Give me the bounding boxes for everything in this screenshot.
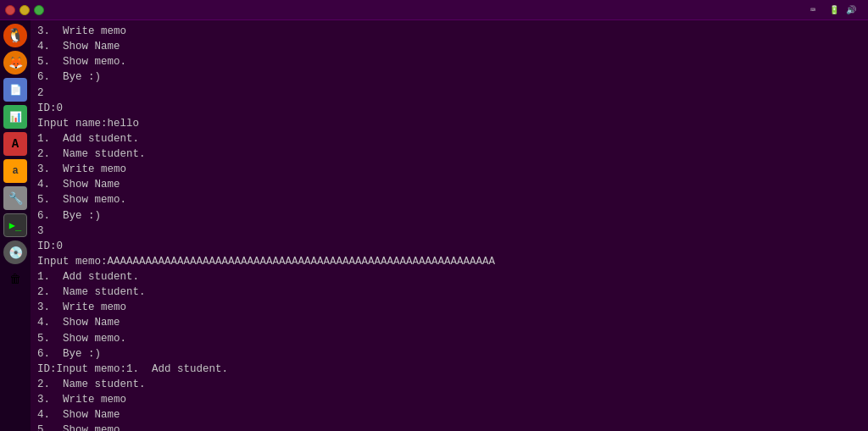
trash-icon[interactable]: 🗑 — [3, 268, 27, 291]
files-icon[interactable]: 📄 — [3, 78, 27, 102]
terminal-line: 2. Name student. — [37, 377, 861, 392]
terminal-line: 5. Show memo. — [37, 54, 861, 69]
terminal-line: 5. Show memo. — [37, 192, 861, 207]
sheets-icon[interactable]: 📊 — [3, 105, 27, 129]
terminal-line: 4. Show Name — [37, 177, 861, 192]
minimize-button[interactable] — [19, 5, 30, 15]
amazon-icon[interactable]: a — [3, 159, 27, 183]
volume-icon: 🔊 — [846, 5, 856, 15]
terminal-line: Input memo:AAAAAAAAAAAAAAAAAAAAAAAAAAAAA… — [37, 254, 861, 269]
terminal-line: Input name:hello — [37, 116, 861, 131]
terminal-line: ID:Input memo:1. Add student. — [37, 362, 861, 377]
terminal-line: 1. Add student. — [37, 131, 861, 146]
terminal-line: 2 — [37, 86, 861, 101]
terminal-line: 6. Bye :) — [37, 346, 861, 362]
terminal-line: 4. Show Name — [37, 407, 861, 423]
battery-icon: 🔋 — [829, 5, 839, 15]
firefox-icon[interactable]: 🦊 — [3, 51, 27, 75]
terminal-line: 3 — [37, 224, 861, 239]
settings-icon[interactable]: 🔧 — [3, 186, 27, 210]
terminal-line: 4. Show Name — [37, 315, 861, 330]
terminal-line: 5. Show memo. — [37, 423, 861, 431]
terminal-line: 3. Write memo — [37, 162, 861, 177]
system-tray: ⌨ 🔋 🔊 — [810, 5, 863, 15]
terminal-line: 1. Add student. — [37, 269, 861, 285]
terminal-output[interactable]: 3. Write memo4. Show Name5. Show memo.6.… — [31, 20, 868, 431]
close-button[interactable] — [5, 5, 15, 15]
terminal-line: 6. Bye :) — [37, 208, 861, 224]
terminal-line: ID:0 — [37, 101, 861, 116]
maximize-button[interactable] — [34, 5, 44, 15]
main-layout: 🐧 🦊 📄 📊 A a 🔧 ▶_ 💿 🗑 3. Write memo4. Sho… — [0, 20, 868, 431]
terminal-line: 2. Name student. — [37, 146, 861, 162]
terminal-line: 5. Show memo. — [37, 331, 861, 346]
titlebar-left — [5, 5, 100, 15]
terminal-line: 3. Write memo — [37, 392, 861, 407]
terminal-line: 3. Write memo — [37, 300, 861, 315]
terminal-line: 2. Name student. — [37, 285, 861, 300]
anki-icon[interactable]: A — [3, 132, 27, 156]
terminal-line: 4. Show Name — [37, 39, 861, 54]
terminal-launcher-icon[interactable]: ▶_ — [3, 213, 27, 237]
terminal-line: 3. Write memo — [37, 24, 861, 39]
window-controls[interactable] — [5, 5, 44, 15]
ubuntu-launcher-icon[interactable]: 🐧 — [3, 24, 27, 47]
disc-icon[interactable]: 💿 — [3, 240, 27, 264]
titlebar: ⌨ 🔋 🔊 — [0, 0, 868, 20]
terminal-line: 6. Bye :) — [37, 69, 861, 85]
keyboard-icon: ⌨ — [810, 5, 815, 15]
terminal-line: ID:0 — [37, 239, 861, 254]
sidebar: 🐧 🦊 📄 📊 A a 🔧 ▶_ 💿 🗑 — [0, 20, 31, 431]
